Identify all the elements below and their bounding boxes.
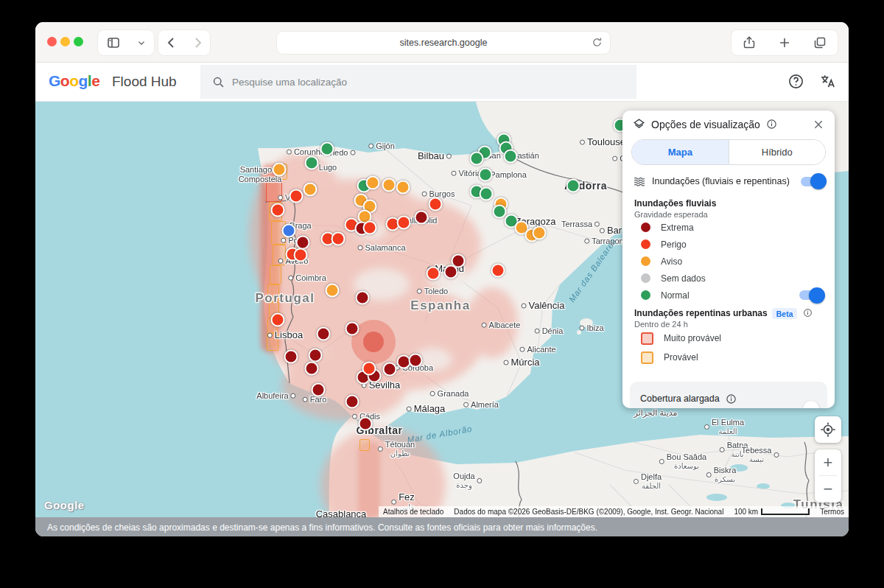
- flood-marker-normal[interactable]: [480, 187, 494, 201]
- flood-marker-aviso[interactable]: [382, 178, 396, 192]
- search-icon: [212, 76, 225, 88]
- help-icon[interactable]: [787, 73, 804, 90]
- map-label: Bou Saâdaبوسعادة: [659, 452, 706, 470]
- chevron-down-icon[interactable]: [136, 38, 147, 48]
- flood-marker-extrema[interactable]: [296, 236, 310, 250]
- flood-marker-perigo[interactable]: [332, 232, 345, 246]
- town-dot: [446, 154, 452, 159]
- translate-icon[interactable]: [819, 73, 836, 90]
- back-button-icon[interactable]: [164, 35, 179, 50]
- flood-marker-perigo[interactable]: [397, 216, 411, 230]
- town-dot: [422, 191, 427, 196]
- flood-marker-normal[interactable]: [566, 179, 580, 193]
- flood-marker-extrema[interactable]: [345, 322, 359, 336]
- map-canvas[interactable]: CorunhaOviedoGijónBilbauSantiago deCompo…: [35, 102, 849, 517]
- map-label: Tebessaتبسة: [742, 446, 779, 463]
- zoom-window-button[interactable]: [74, 37, 83, 46]
- flood-marker-aviso[interactable]: [304, 183, 318, 197]
- flood-marker-extrema[interactable]: [345, 395, 359, 409]
- nav-group: [158, 29, 211, 56]
- town-dot: [774, 452, 779, 457]
- flood-marker-aviso[interactable]: [533, 226, 547, 240]
- town-dot: [720, 447, 725, 452]
- normal-layer-toggle[interactable]: [799, 290, 823, 300]
- tab-map[interactable]: Mapa: [632, 140, 729, 164]
- minimize-window-button[interactable]: [60, 37, 70, 46]
- info-icon[interactable]: [766, 119, 777, 130]
- flood-marker-perigo[interactable]: [271, 313, 285, 327]
- flood-marker-normal[interactable]: [493, 205, 507, 219]
- flood-marker-extrema[interactable]: [444, 265, 458, 279]
- terms-link[interactable]: Termos: [820, 508, 844, 516]
- app-header: Google Flood Hub Pesquise uma localizaçã…: [35, 63, 849, 102]
- flood-marker-extrema[interactable]: [359, 417, 373, 431]
- flood-marker-perigo[interactable]: [362, 362, 376, 376]
- flood-marker-perigo[interactable]: [290, 189, 304, 203]
- flood-marker-perigo[interactable]: [271, 203, 285, 217]
- town-dot: [407, 407, 412, 412]
- zoom-in-button[interactable]: +: [815, 449, 841, 475]
- flood-marker-normal[interactable]: [320, 142, 334, 156]
- map-label: Corunha: [287, 147, 325, 157]
- tab-overview-icon[interactable]: [813, 35, 827, 50]
- flood-marker-normal[interactable]: [470, 152, 484, 166]
- extended-coverage-section[interactable]: Cobertura alargada: [630, 382, 827, 408]
- legend-label: Sem dados: [661, 273, 706, 284]
- flood-marker-extrema[interactable]: [309, 349, 323, 363]
- map-label: Salamanca: [357, 243, 405, 253]
- forward-button-icon[interactable]: [190, 35, 205, 50]
- flood-marker-extrema[interactable]: [317, 327, 331, 341]
- flood-marker-normal[interactable]: [305, 156, 319, 170]
- urban-info-icon[interactable]: [803, 308, 813, 318]
- reload-icon[interactable]: [591, 36, 603, 49]
- town-dot: [503, 360, 508, 365]
- fluvial-legend: ExtremaPerigoAvisoSem dadosNormal: [634, 219, 823, 304]
- close-panel-icon[interactable]: [813, 119, 824, 130]
- legend-label: Provável: [664, 352, 698, 363]
- urban-flood-area: [270, 265, 281, 284]
- floods-master-toggle[interactable]: [801, 177, 824, 186]
- location-search[interactable]: Pesquise uma localização: [200, 65, 636, 99]
- flood-marker-perigo[interactable]: [294, 248, 308, 262]
- sidebar-toggle-icon[interactable]: [106, 35, 121, 50]
- map-label: Casablanca: [316, 509, 367, 517]
- flood-marker-aviso[interactable]: [396, 181, 410, 195]
- flood-marker-extrema[interactable]: [356, 291, 370, 305]
- flood-marker-extrema[interactable]: [284, 350, 298, 364]
- flood-marker-aviso[interactable]: [273, 163, 287, 177]
- flood-marker-extrema[interactable]: [409, 354, 423, 368]
- browser-window: sites.research.google Google Flood Hub: [35, 22, 849, 536]
- flood-marker-perigo[interactable]: [427, 267, 441, 281]
- flood-marker-extrema[interactable]: [383, 363, 397, 377]
- google-logo[interactable]: Google: [49, 72, 99, 90]
- map-label: Djelfaالجلفة: [634, 472, 662, 490]
- urban-section: Inundações repentinas urbanasBeta Dentro…: [622, 304, 835, 367]
- coverage-info-icon[interactable]: [726, 393, 737, 405]
- town-dot: [281, 237, 286, 242]
- my-location-button[interactable]: [815, 416, 841, 443]
- flood-marker-normal[interactable]: [479, 168, 493, 182]
- extended-coverage-label: Cobertura alargada: [640, 393, 720, 404]
- url-bar[interactable]: sites.research.google: [276, 31, 611, 55]
- flood-marker-perigo[interactable]: [429, 197, 443, 211]
- share-icon[interactable]: [742, 35, 757, 50]
- close-window-button[interactable]: [47, 37, 57, 46]
- sidebar-group: [97, 29, 155, 56]
- town-dot: [452, 170, 457, 175]
- new-tab-icon[interactable]: [777, 35, 792, 50]
- flood-marker-aviso[interactable]: [366, 176, 380, 190]
- town-dot: [600, 228, 605, 234]
- flood-marker-extrema[interactable]: [415, 211, 429, 225]
- flood-marker-perigo[interactable]: [491, 264, 505, 278]
- tab-hybrid[interactable]: Híbrido: [729, 140, 826, 164]
- keyboard-shortcuts-link[interactable]: Atalhos de teclado: [383, 508, 443, 516]
- flood-marker-extrema[interactable]: [305, 362, 319, 376]
- fluvial-title: Inundações fluviais: [634, 198, 823, 209]
- waves-icon: [633, 175, 646, 188]
- flood-marker-aviso[interactable]: [326, 284, 340, 298]
- flood-marker-perigo[interactable]: [363, 221, 377, 235]
- flood-marker-extrema[interactable]: [312, 383, 326, 397]
- flood-marker-blue[interactable]: [282, 224, 296, 238]
- flood-marker-normal[interactable]: [504, 150, 518, 164]
- zoom-out-button[interactable]: −: [815, 476, 841, 502]
